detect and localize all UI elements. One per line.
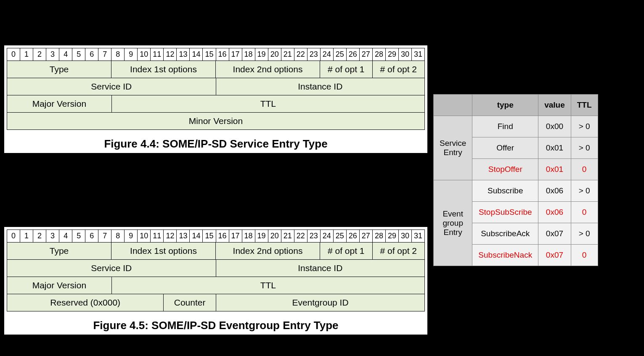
field-major-version: Major Version: [7, 277, 112, 294]
bit-number-cell: 8: [111, 48, 125, 61]
group-label-cell: Event group Entry: [434, 180, 472, 266]
bit-number-cell: 18: [242, 48, 255, 61]
bit-number-cell: 14: [190, 230, 203, 243]
cell-ttl: > 0: [571, 137, 598, 159]
bit-number-cell: 0: [7, 48, 20, 61]
bit-number-cell: 1: [20, 230, 33, 243]
bit-number-cell: 23: [307, 230, 321, 243]
bit-number-cell: 6: [85, 230, 98, 243]
bit-number-cell: 6: [85, 48, 98, 61]
bit-number-cell: 0: [7, 230, 20, 243]
bit-number-cell: 22: [294, 48, 307, 61]
cell-type: SubscribeNack: [472, 245, 538, 266]
fig45-row4: Reserved (0x000) Counter Eventgroup ID: [7, 294, 425, 311]
fig44-caption: Figure 4.4: SOME/IP-SD Service Entry Typ…: [7, 137, 425, 150]
bit-number-cell: 24: [321, 230, 334, 243]
bit-number-cell: 20: [268, 230, 281, 243]
types-header-value: value: [538, 95, 571, 116]
bit-number-cell: 28: [373, 230, 386, 243]
bit-header-row-fig44: 0123456789101112131415161718192021222324…: [7, 48, 425, 61]
bit-number-cell: 21: [281, 48, 294, 61]
bit-number-cell: 30: [399, 230, 412, 243]
field-instance-id: Instance ID: [216, 260, 425, 277]
cell-type: Offer: [472, 137, 538, 159]
bit-number-cell: 2: [33, 48, 46, 61]
fig44-row1: Type Index 1st options Index 2nd options…: [7, 61, 425, 78]
bit-number-cell: 12: [164, 48, 177, 61]
bit-number-cell: 4: [59, 48, 72, 61]
cell-type: Subscribe: [472, 180, 538, 202]
bit-number-cell: 18: [242, 230, 255, 243]
bit-header-row-fig45: 0123456789101112131415161718192021222324…: [7, 229, 425, 243]
bit-number-cell: 11: [151, 48, 164, 61]
bit-number-cell: 20: [268, 48, 281, 61]
field-instance-id: Instance ID: [216, 78, 425, 95]
bit-number-cell: 23: [307, 48, 321, 61]
bit-number-cell: 11: [151, 230, 164, 243]
fig45-row1: Type Index 1st options Index 2nd options…: [7, 243, 425, 260]
field-num-opt-2: # of opt 2: [373, 61, 425, 78]
bit-number-cell: 13: [177, 48, 190, 61]
field-ttl: TTL: [112, 277, 425, 294]
types-header-blank: [434, 95, 472, 116]
bit-number-cell: 19: [255, 48, 268, 61]
cell-ttl: 0: [571, 202, 598, 223]
service-entry-diagram: 0123456789101112131415161718192021222324…: [4, 45, 427, 153]
fig44-row2: Service ID Instance ID: [7, 78, 425, 95]
bit-number-cell: 29: [386, 230, 399, 243]
cell-ttl: > 0: [571, 116, 598, 137]
field-service-id: Service ID: [7, 260, 216, 277]
bit-number-cell: 26: [347, 230, 360, 243]
cell-ttl: > 0: [571, 223, 598, 245]
field-num-opt-1: # of opt 1: [320, 243, 373, 260]
bit-number-cell: 17: [229, 48, 242, 61]
field-minor-version: Minor Version: [7, 113, 425, 130]
field-index-2nd-options: Index 2nd options: [216, 243, 320, 260]
bit-number-cell: 15: [203, 230, 216, 243]
cell-value: 0x01: [538, 137, 571, 159]
bit-number-cell: 7: [98, 230, 111, 243]
field-num-opt-2: # of opt 2: [373, 243, 425, 260]
field-num-opt-1: # of opt 1: [320, 61, 373, 78]
bit-number-cell: 9: [125, 230, 138, 243]
types-header-type: type: [472, 95, 538, 116]
types-header-ttl: TTL: [571, 95, 598, 116]
bit-number-cell: 9: [125, 48, 138, 61]
field-index-2nd-options: Index 2nd options: [216, 61, 320, 78]
bit-number-cell: 24: [321, 48, 334, 61]
field-counter: Counter: [164, 294, 216, 311]
bit-number-cell: 3: [46, 230, 59, 243]
bit-number-cell: 28: [373, 48, 386, 61]
bit-number-cell: 25: [334, 48, 347, 61]
cell-value: 0x00: [538, 116, 571, 137]
eventgroup-entry-diagram: 0123456789101112131415161718192021222324…: [4, 227, 427, 335]
bit-number-cell: 10: [138, 230, 151, 243]
field-major-version: Major Version: [7, 95, 112, 113]
field-index-1st-options: Index 1st options: [111, 61, 216, 78]
cell-type: Find: [472, 116, 538, 137]
bit-number-cell: 27: [360, 230, 373, 243]
bit-number-cell: 21: [281, 230, 294, 243]
bit-number-cell: 15: [203, 48, 216, 61]
fig44-row4: Minor Version: [7, 113, 425, 130]
bit-number-cell: 17: [229, 230, 242, 243]
bit-number-cell: 30: [399, 48, 412, 61]
bit-number-cell: 10: [138, 48, 151, 61]
bit-number-cell: 8: [111, 230, 125, 243]
cell-ttl: 0: [571, 245, 598, 266]
bit-number-cell: 27: [360, 48, 373, 61]
fig45-row2: Service ID Instance ID: [7, 260, 425, 277]
bit-number-cell: 19: [255, 230, 268, 243]
bit-number-cell: 13: [177, 230, 190, 243]
field-ttl: TTL: [112, 95, 425, 113]
cell-type: SubscribeAck: [472, 223, 538, 245]
bit-number-cell: 22: [294, 230, 307, 243]
bit-number-cell: 16: [216, 48, 229, 61]
cell-type: StopOffer: [472, 159, 538, 180]
bit-number-cell: 26: [347, 48, 360, 61]
cell-value: 0x07: [538, 223, 571, 245]
field-eventgroup-id: Eventgroup ID: [216, 294, 425, 311]
field-index-1st-options: Index 1st options: [111, 243, 216, 260]
bit-number-cell: 25: [334, 230, 347, 243]
cell-ttl: 0: [571, 159, 598, 180]
